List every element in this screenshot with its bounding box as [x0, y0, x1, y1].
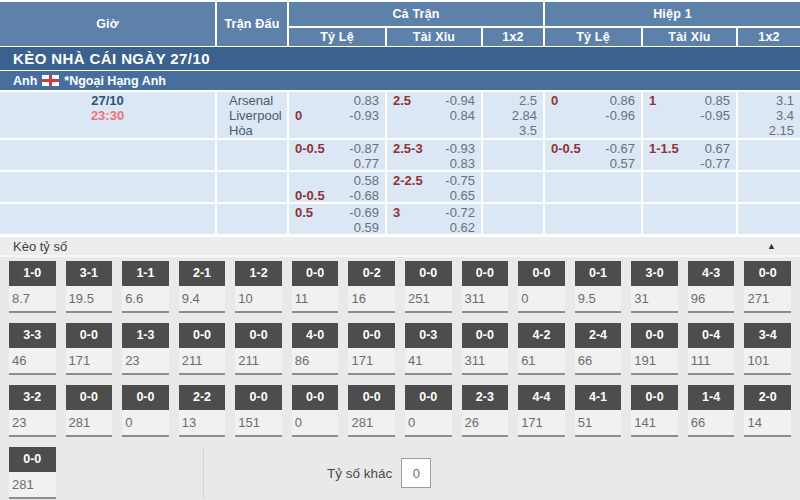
score-box: 0-0	[631, 323, 678, 348]
odds-cell-ft-overunder[interactable]: 2.5-0.940.84	[387, 92, 481, 138]
score-cell[interactable]: 3-119.5	[66, 261, 113, 313]
score-cell[interactable]: 4-086	[292, 323, 339, 375]
odds-cell-h1-overunder[interactable]: 10.85-0.95	[643, 92, 736, 138]
score-row: 1-08.73-119.51-16.62-19.41-2100-0110-216…	[9, 261, 791, 313]
odds-cell-ft-handicap[interactable]: 0-0.5-0.870.77	[289, 140, 385, 170]
score-cell[interactable]: 0-0171	[66, 323, 113, 375]
score-cell[interactable]: 3-346	[9, 323, 56, 375]
score-cell[interactable]: 1-08.7	[9, 261, 56, 313]
odds-line: 0.84	[393, 108, 475, 123]
other-score-input[interactable]	[401, 458, 431, 488]
score-cell[interactable]: 0-0251	[405, 261, 452, 313]
handicap-value: 0.5	[295, 205, 313, 220]
score-cell[interactable]: 0-19.5	[575, 261, 622, 313]
score-box: 0-4	[688, 323, 735, 348]
odds-cell-h1-handicap[interactable]: 0-0.5-0.670.57	[545, 140, 641, 170]
score-cell[interactable]: 0-00	[292, 385, 339, 437]
score-cell[interactable]: 0-341	[405, 323, 452, 375]
score-cell[interactable]: 2-014	[744, 385, 791, 437]
score-cell[interactable]: 0-0271	[744, 261, 791, 313]
odds-value: 0.77	[354, 156, 379, 170]
score-box: 0-0	[235, 385, 282, 410]
odds-cell-ft-overunder[interactable]: 2-2.5-0.750.65	[387, 172, 481, 202]
odds-cell-ft-overunder[interactable]: 3-0.720.62	[387, 204, 481, 234]
score-cell[interactable]: 0-0311	[462, 323, 509, 375]
score-odds: 0	[405, 410, 452, 437]
score-cell[interactable]: 0-0191	[631, 323, 678, 375]
time-cell	[0, 204, 215, 234]
odds-value: -0.93	[445, 141, 475, 156]
score-odds: 16	[348, 286, 395, 313]
score-cell[interactable]: 4-4171	[518, 385, 565, 437]
score-box: 0-1	[575, 261, 622, 286]
odds-cell-ft-handicap[interactable]: 0.580-0.5-0.68	[289, 172, 385, 202]
league-bar[interactable]: Anh *Ngoại Hạng Anh	[0, 71, 800, 90]
odds-value: 0.83	[450, 156, 475, 170]
score-cell[interactable]: 0-00	[405, 385, 452, 437]
odds-cell-ft-handicap[interactable]: 0.830-0.93	[289, 92, 385, 138]
score-cell[interactable]: 1-323	[122, 323, 169, 375]
score-cell[interactable]: 0-0141	[631, 385, 678, 437]
score-cell[interactable]: 0-0281	[348, 385, 395, 437]
score-cell[interactable]: 1-210	[235, 261, 282, 313]
team-name: Arsenal	[229, 93, 287, 108]
score-cell[interactable]: 4-261	[518, 323, 565, 375]
col-header-tran-dau: Trận Đấu	[217, 2, 287, 46]
score-box: 4-1	[575, 385, 622, 410]
score-cell[interactable]: 3-4101	[744, 323, 791, 375]
score-cell[interactable]: 1-466	[688, 385, 735, 437]
score-section-header: Kèo tỷ số ▲	[0, 237, 800, 257]
score-odds: 191	[631, 348, 678, 375]
score-cell[interactable]: 1-16.6	[122, 261, 169, 313]
score-cell[interactable]: 0-0171	[348, 323, 395, 375]
score-row: 3-2230-02810-002-2130-01510-000-02810-00…	[9, 385, 791, 437]
score-cell[interactable]: 0-0211	[235, 323, 282, 375]
score-cell[interactable]: 0-0281	[66, 385, 113, 437]
odds-cell-ft-handicap[interactable]: 0.5-0.690.59	[289, 204, 385, 234]
score-cell[interactable]: 4-151	[575, 385, 622, 437]
odds-cell-h1-overunder[interactable]: 1-1.50.67-0.77	[643, 140, 736, 170]
odds-line: 0.58	[295, 173, 379, 188]
score-cell[interactable]: 3-031	[631, 261, 678, 313]
score-odds: 101	[744, 348, 791, 375]
other-score-group: Tỷ số khác	[327, 458, 431, 488]
score-box: 0-0	[292, 385, 339, 410]
collapse-icon[interactable]: ▲	[767, 242, 776, 251]
score-cell[interactable]: 0-011	[292, 261, 339, 313]
score-cell[interactable]: 0-0211	[179, 323, 226, 375]
score-cell[interactable]: 2-326	[462, 385, 509, 437]
odds-cell-ft-1x2[interactable]: 2.52.843.5	[483, 92, 543, 138]
score-cell[interactable]: 2-19.4	[179, 261, 226, 313]
col-header-tai-xiu-ft: Tài Xỉu	[387, 28, 481, 46]
odds-value: -0.96	[605, 108, 635, 123]
score-cell[interactable]: 0-0151	[235, 385, 282, 437]
score-cell[interactable]: 3-223	[9, 385, 56, 437]
score-box: 0-0	[405, 385, 452, 410]
score-cell[interactable]: 0-0281	[9, 447, 56, 499]
match-row: 0-0.5-0.870.772.5-3-0.930.830-0.5-0.670.…	[0, 140, 800, 170]
col-header-1x2-h1: 1x2	[738, 28, 800, 46]
betting-odds-page: Giờ Trận Đấu Cả Trận Hiệp 1 Tỷ Lệ Tài Xỉ…	[0, 0, 800, 500]
odds-line: 2.5	[489, 93, 537, 108]
score-cell[interactable]: 2-466	[575, 323, 622, 375]
score-cell[interactable]: 0-216	[348, 261, 395, 313]
score-box: 0-0	[66, 323, 113, 348]
score-cell[interactable]: 0-4111	[688, 323, 735, 375]
score-cell[interactable]: 0-00	[122, 385, 169, 437]
odds-cell-h1-1x2[interactable]: 3.13.42.15	[738, 92, 800, 138]
odds-cell-h1-handicap[interactable]: 00.86-0.96	[545, 92, 641, 138]
score-cell[interactable]: 4-396	[688, 261, 735, 313]
score-cell[interactable]: 0-00	[518, 261, 565, 313]
odds-line: -0.77	[649, 156, 730, 170]
draw-label: Hòa	[229, 123, 287, 138]
score-odds: 211	[235, 348, 282, 375]
odds-value: 0.62	[450, 220, 475, 234]
score-box: 0-0	[518, 261, 565, 286]
score-box: 1-2	[235, 261, 282, 286]
odds-line: 0.83	[295, 93, 379, 108]
score-odds: 271	[744, 286, 791, 313]
score-cell[interactable]: 0-0311	[462, 261, 509, 313]
odds-cell-ft-overunder[interactable]: 2.5-3-0.930.83	[387, 140, 481, 170]
score-cell[interactable]: 2-213	[179, 385, 226, 437]
score-row: 3-3460-01711-3230-02110-02114-0860-01710…	[9, 323, 791, 375]
